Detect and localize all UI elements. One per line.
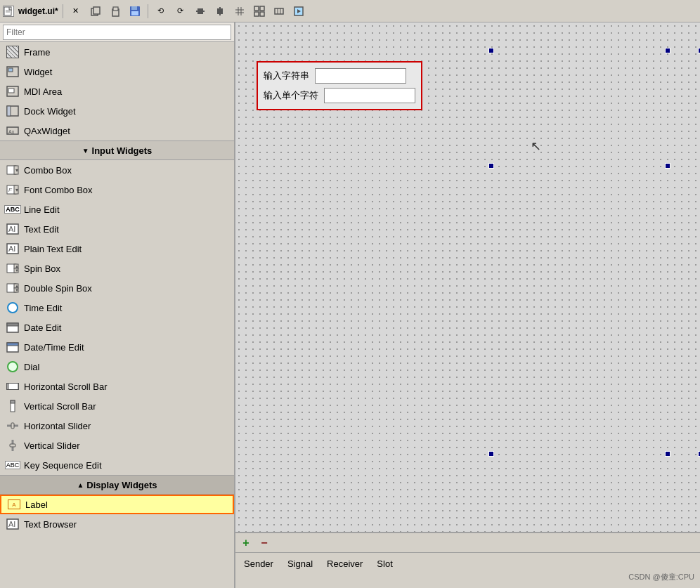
item-label-dial: Dial — [24, 362, 39, 372]
align-h-button[interactable] — [192, 3, 209, 20]
list-item-vslider[interactable]: Vertical Slider — [0, 436, 234, 455]
item-label-fontcombo: Font Combo Box — [24, 185, 93, 195]
handle-ml[interactable] — [488, 163, 494, 169]
undo-button[interactable]: ⟲ — [153, 3, 169, 20]
copy-button[interactable] — [87, 3, 104, 20]
list-item-vscrollbar[interactable]: Vertical Scroll Bar — [0, 396, 234, 416]
list-item-frame[interactable]: Frame — [0, 42, 234, 62]
list-item-keyseq[interactable]: ABC Key Sequence Edit — [0, 455, 234, 475]
widget-icon — [6, 65, 20, 79]
item-label-doublespinbox: Double Spin Box — [24, 283, 92, 294]
handle-mr[interactable] — [665, 163, 670, 169]
section-arrow-display: ▲ — [77, 481, 84, 489]
handle-tl[interactable] — [488, 48, 494, 53]
handle-bl[interactable] — [488, 451, 494, 457]
qax-icon: Ax — [6, 124, 20, 138]
save-button[interactable] — [127, 3, 143, 20]
grid-button[interactable] — [231, 3, 248, 20]
item-label-textedit: Text Edit — [24, 224, 59, 235]
remove-signal-button[interactable]: − — [257, 535, 272, 551]
list-item-label[interactable]: A Label — [0, 495, 234, 514]
svg-rect-34 — [7, 106, 11, 116]
list-item-dateedit[interactable]: Date Edit — [0, 318, 234, 337]
list-item-lineedit[interactable]: ABC Line Edit — [0, 200, 234, 219]
frame-icon — [6, 45, 20, 59]
section-input[interactable]: ▼ Input Widgets — [0, 141, 234, 160]
add-signal-button[interactable]: + — [238, 535, 254, 551]
redo-button[interactable]: ⟳ — [172, 3, 189, 20]
canvas-area[interactable]: 输入字符串 输入单个字符 ↖ — [235, 22, 700, 532]
svg-text:AI: AI — [8, 520, 15, 528]
item-label-widget: Widget — [24, 67, 52, 77]
list-item-qax[interactable]: Ax QAxWidget — [0, 121, 234, 141]
list-item-hslider[interactable]: Horizontal Slider — [0, 416, 234, 436]
vscroll-icon — [6, 399, 20, 413]
list-item-widget[interactable]: Widget — [0, 62, 234, 81]
svg-rect-23 — [260, 12, 264, 16]
item-label-datetimeedit: Date/Time Edit — [24, 342, 84, 353]
list-item-combobox[interactable]: ▾ Combo Box — [0, 160, 234, 180]
section-arrow-input: ▼ — [82, 147, 89, 155]
list-item-doublespinbox[interactable]: ▲▼ Double Spin Box — [0, 278, 234, 298]
label-icon-shape: A — [8, 499, 20, 509]
list-item-timeedit[interactable]: Time Edit — [0, 298, 234, 318]
time-edit-icon — [6, 301, 20, 315]
file-icon — [3, 6, 14, 17]
form-input-1[interactable] — [315, 68, 406, 84]
sep2 — [148, 4, 148, 18]
filter-input[interactable] — [3, 25, 231, 40]
section-label-display: Display Widgets — [86, 480, 157, 490]
item-label-spinbox: Spin Box — [24, 263, 60, 274]
item-label-lineedit: Line Edit — [24, 204, 60, 215]
svg-rect-59 — [7, 323, 18, 326]
main-layout: Frame Widget MDI Area Dock Widget — [0, 22, 700, 588]
item-label-timeedit: Time Edit — [24, 303, 62, 313]
mdi-icon — [6, 84, 20, 98]
list-item-textbrowser[interactable]: AI Text Browser — [0, 514, 234, 534]
list-item-textedit[interactable]: AI Text Edit — [0, 219, 234, 239]
list-item-plaintextedit[interactable]: AI Plain Text Edit — [0, 239, 234, 259]
signal-col-receiver: Receiver — [324, 556, 374, 572]
list-item-dial[interactable]: Dial — [0, 357, 234, 377]
double-spin-icon: ▲▼ — [6, 281, 20, 295]
list-item-fontcombo[interactable]: F▾ Font Combo Box — [0, 180, 234, 200]
list-item-mdi[interactable]: MDI Area — [0, 81, 234, 101]
preview-button[interactable] — [290, 3, 307, 20]
svg-text:▼: ▼ — [15, 268, 19, 273]
item-label-hscrollbar: Horizontal Scroll Bar — [24, 381, 108, 392]
form-label-2: 输入单个字符 — [264, 89, 318, 102]
datetime-edit-icon — [6, 340, 20, 354]
item-label-combobox: Combo Box — [24, 165, 72, 176]
combo-icon: ▾ — [6, 163, 20, 177]
sep1 — [63, 4, 63, 18]
dock-icon — [6, 104, 20, 118]
svg-text:▾: ▾ — [15, 187, 18, 193]
text-edit-icon: AI — [6, 222, 20, 236]
list-item-hscrollbar[interactable]: Horizontal Scroll Bar — [0, 377, 234, 396]
layout-grid-button[interactable] — [251, 3, 268, 20]
svg-rect-20 — [254, 6, 259, 11]
section-display[interactable]: ▲ Display Widgets — [0, 475, 234, 495]
close-button[interactable]: ✕ — [67, 3, 84, 20]
item-label-qax: QAxWidget — [24, 126, 70, 136]
list-item-datetimeedit[interactable]: Date/Time Edit — [0, 337, 234, 357]
svg-rect-65 — [11, 423, 14, 429]
handle-tr[interactable] — [665, 48, 670, 53]
window-title: widget.ui* — [18, 6, 58, 16]
vslider-icon — [6, 438, 20, 452]
cursor-icon: ↖ — [531, 138, 541, 154]
bottom-toolbar: + − — [235, 533, 700, 553]
section-label-input: Input Widgets — [92, 145, 153, 156]
watermark: CSDN @傻童:CPU — [628, 572, 694, 582]
svg-rect-30 — [8, 68, 13, 72]
handle-br[interactable] — [665, 451, 670, 457]
align-v-button[interactable] — [212, 3, 228, 20]
list-item-dock[interactable]: Dock Widget — [0, 101, 234, 121]
signal-col-slot: Slot — [374, 556, 403, 572]
textbrowser-icon: AI — [6, 517, 20, 531]
form-input-2[interactable] — [324, 88, 415, 103]
paste-button[interactable] — [107, 3, 124, 20]
date-edit-icon — [6, 320, 20, 334]
stretch-button[interactable] — [271, 3, 287, 20]
list-item-spinbox[interactable]: ▲▼ Spin Box — [0, 259, 234, 278]
